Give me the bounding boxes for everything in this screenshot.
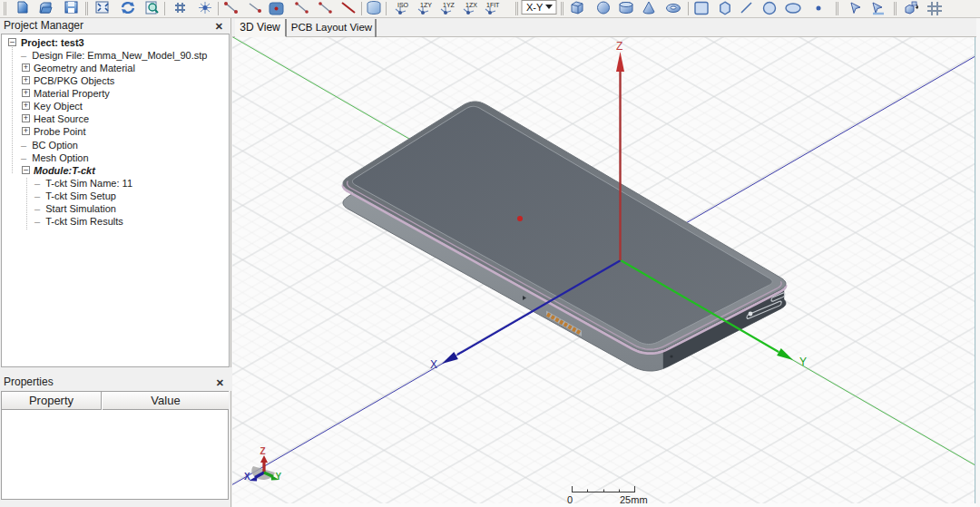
- svg-text:X: X: [244, 472, 250, 482]
- svg-text:Z: Z: [260, 446, 266, 456]
- svg-text:X: X: [430, 358, 437, 371]
- svg-text:25mm: 25mm: [620, 494, 648, 503]
- svg-text:Z: Z: [616, 40, 622, 53]
- svg-text:0: 0: [567, 494, 573, 503]
- svg-text:Y: Y: [276, 472, 282, 482]
- svg-text:Y: Y: [799, 356, 807, 368]
